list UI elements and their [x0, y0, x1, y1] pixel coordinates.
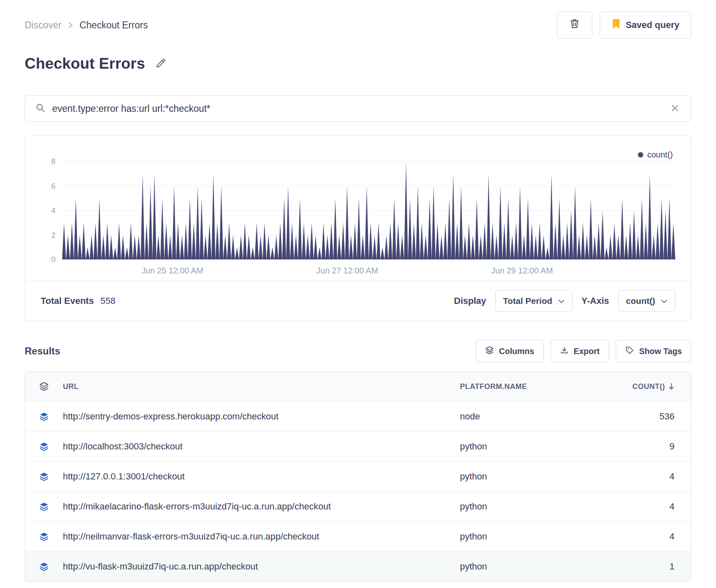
y-axis-label: Y-Axis — [582, 296, 609, 306]
chart-footer: Total Events 558 Display Total Period Y-… — [25, 281, 691, 321]
row-url[interactable]: http://localhost:3003/checkout — [63, 441, 460, 452]
stack-icon — [25, 562, 63, 572]
url-column-header[interactable]: URL — [63, 382, 460, 391]
x-axis-labels: Jun 25 12:00 AM Jun 27 12:00 AM Jun 29 1… — [62, 259, 675, 281]
show-tags-button-label: Show Tags — [639, 347, 682, 356]
table-row[interactable]: http://sentry-demos-express.herokuapp.co… — [25, 401, 691, 431]
title-row: Checkout Errors — [25, 55, 691, 72]
results-heading: Results — [25, 345, 60, 357]
y-tick: 4 — [51, 206, 55, 215]
sort-desc-icon — [668, 383, 674, 390]
row-url[interactable]: http://mikaelacarino-flask-errors-m3uuiz… — [63, 501, 460, 512]
row-platform: python — [460, 561, 604, 572]
legend-label: count() — [647, 150, 673, 160]
stack-icon — [25, 412, 63, 421]
footer-controls: Display Total Period Y-Axis count() — [454, 290, 675, 312]
row-platform: node — [460, 411, 604, 422]
results-buttons: Columns Export Show Tags — [476, 340, 691, 362]
search-query-input[interactable] — [52, 103, 662, 114]
row-count: 4 — [604, 531, 691, 542]
x-tick: Jun 27 12:00 AM — [316, 266, 378, 275]
chevron-down-icon — [558, 296, 565, 306]
bookmark-icon — [612, 19, 621, 32]
chevron-down-icon — [661, 296, 667, 306]
top-bar: Discover Checkout Errors Saved query — [25, 12, 691, 39]
table-row[interactable]: http://vu-flask-m3uuizd7iq-uc.a.run.app/… — [25, 551, 691, 581]
count-header-label: COUNT() — [633, 382, 665, 391]
search-icon — [35, 102, 46, 115]
tag-icon — [625, 346, 634, 357]
plot-wrap: 8 6 4 2 0 — [41, 162, 675, 259]
stack-icon — [25, 502, 63, 512]
table-row[interactable]: http://neilmanvar-flask-errors-m3uuizd7i… — [25, 521, 691, 551]
chart-panel: count() 8 6 4 2 0 — [25, 136, 691, 321]
row-count: 9 — [604, 441, 691, 452]
row-url[interactable]: http://127.0.0.1:3001/checkout — [63, 471, 460, 482]
row-count: 4 — [604, 501, 691, 512]
breadcrumb: Discover Checkout Errors — [25, 20, 148, 31]
x-tick: Jun 25 12:00 AM — [141, 266, 203, 275]
row-platform: python — [460, 441, 604, 452]
row-platform: python — [460, 531, 604, 542]
search-bar — [25, 95, 691, 122]
platform-column-header[interactable]: PLATFORM.NAME — [460, 382, 604, 391]
export-button[interactable]: Export — [550, 340, 609, 362]
y-tick: 2 — [51, 231, 55, 240]
chart-plot — [62, 162, 675, 259]
count-column-header[interactable]: COUNT() — [604, 382, 691, 391]
breadcrumb-discover[interactable]: Discover — [25, 20, 61, 31]
stack-icon — [25, 532, 63, 542]
discover-page: Discover Checkout Errors Saved query Che… — [0, 0, 716, 588]
stack-icon — [25, 382, 63, 391]
results-header: Results Columns Export Show Tags — [25, 340, 691, 362]
close-icon — [670, 104, 679, 114]
table-row[interactable]: http://mikaelacarino-flask-errors-m3uuiz… — [25, 491, 691, 521]
row-platform: python — [460, 471, 604, 482]
y-tick: 6 — [51, 182, 55, 191]
download-icon — [560, 346, 569, 357]
row-count: 536 — [604, 411, 691, 422]
chevron-right-icon — [67, 20, 74, 30]
total-events-value: 558 — [100, 296, 115, 306]
pencil-icon — [155, 58, 166, 70]
row-count: 4 — [604, 471, 691, 482]
y-axis-labels: 8 6 4 2 0 — [41, 162, 62, 259]
y-axis-dropdown[interactable]: count() — [618, 290, 675, 312]
display-label: Display — [454, 296, 486, 306]
page-title: Checkout Errors — [25, 55, 145, 72]
row-count: 1 — [604, 561, 691, 572]
breadcrumb-current: Checkout Errors — [79, 20, 148, 31]
display-dropdown[interactable]: Total Period — [495, 290, 573, 312]
stack-icon — [25, 442, 63, 451]
total-events-label: Total Events — [41, 296, 94, 306]
y-tick: 8 — [51, 157, 55, 166]
clear-search-button[interactable] — [669, 102, 681, 116]
delete-query-button[interactable] — [557, 12, 592, 39]
topbar-actions: Saved query — [557, 12, 691, 39]
columns-icon — [485, 346, 494, 357]
saved-query-button[interactable]: Saved query — [600, 12, 691, 39]
stack-icon — [25, 472, 63, 482]
results-table-rows: http://sentry-demos-express.herokuapp.co… — [25, 401, 691, 581]
row-url[interactable]: http://vu-flask-m3uuizd7iq-uc.a.run.app/… — [63, 561, 460, 572]
columns-button[interactable]: Columns — [476, 340, 544, 362]
chart-legend[interactable]: count() — [638, 150, 673, 160]
chart-svg — [62, 162, 675, 259]
y-tick: 0 — [51, 255, 55, 264]
results-table: URL PLATFORM.NAME COUNT() http://sentry-… — [25, 371, 691, 582]
display-dropdown-value: Total Period — [503, 296, 552, 306]
edit-title-button[interactable] — [153, 56, 168, 72]
columns-button-label: Columns — [499, 347, 534, 356]
legend-dot-icon — [638, 152, 643, 157]
table-row[interactable]: http://127.0.0.1:3001/checkout python 4 — [25, 461, 691, 491]
x-tick: Jun 29 12:00 AM — [491, 266, 553, 275]
y-axis-dropdown-value: count() — [626, 296, 655, 306]
saved-query-label: Saved query — [626, 20, 679, 30]
row-url[interactable]: http://sentry-demos-express.herokuapp.co… — [63, 411, 460, 422]
export-button-label: Export — [574, 347, 600, 356]
row-url[interactable]: http://neilmanvar-flask-errors-m3uuizd7i… — [63, 531, 460, 542]
table-row[interactable]: http://localhost:3003/checkout python 9 — [25, 431, 691, 461]
show-tags-button[interactable]: Show Tags — [616, 340, 691, 362]
trash-icon — [569, 18, 580, 32]
total-events: Total Events 558 — [41, 296, 115, 306]
